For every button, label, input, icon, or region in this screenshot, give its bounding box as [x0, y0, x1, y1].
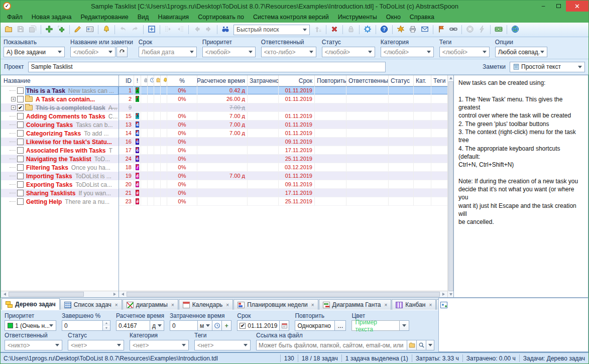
- edit-task-title-button[interactable]: [72, 24, 84, 36]
- scroll-thumb[interactable]: [448, 81, 453, 291]
- percent-done-input[interactable]: [62, 320, 103, 331]
- task-name-cell[interactable]: Sharing TasklistsIf you wan...: [25, 189, 119, 197]
- task-name-cell[interactable]: Likewise for the task's Statu...: [25, 138, 119, 146]
- help-button[interactable]: ?: [378, 24, 390, 36]
- estimated-time-unit[interactable]: д: [150, 320, 164, 331]
- print-button[interactable]: [407, 24, 419, 36]
- task-checkbox[interactable]: [17, 87, 24, 94]
- filter-combo-7[interactable]: <любой>: [439, 47, 490, 57]
- spellcheck-button[interactable]: [395, 24, 407, 36]
- grid-vertical-scrollbar[interactable]: [447, 75, 453, 297]
- category-combo[interactable]: <нет>: [130, 340, 189, 350]
- task-checkbox[interactable]: [17, 130, 24, 137]
- task-grid-row[interactable]: 2190%17.11.2019: [119, 189, 447, 197]
- task-tree-row[interactable]: Colouring TasksTasks can b...: [1, 120, 119, 129]
- quick-search-combo[interactable]: Быстрый поиск: [233, 25, 310, 35]
- task-tree-row[interactable]: +✔This is a completed taskA ...: [1, 103, 119, 112]
- tab-Канбан[interactable]: Канбан×: [392, 299, 436, 310]
- task-grid-row[interactable]: 1760%17.11.2019: [119, 146, 447, 155]
- tab-Дерево задач[interactable]: Дерево задач: [2, 298, 60, 310]
- close-tab-icon[interactable]: ×: [226, 302, 229, 308]
- add-time-button[interactable]: +: [222, 320, 231, 331]
- tree-column-header[interactable]: Название: [1, 75, 119, 86]
- task-grid-row[interactable]: 1650%09.11.2019: [119, 138, 447, 146]
- task-checkbox[interactable]: [17, 147, 24, 154]
- flag-task-button[interactable]: [435, 24, 447, 36]
- priority-combo[interactable]: 1 (Очень н...: [5, 320, 56, 331]
- task-name-cell[interactable]: Exporting TasksToDoList ca...: [25, 180, 119, 189]
- column-header-lock-icon[interactable]: [141, 75, 148, 86]
- task-tree-row[interactable]: Exporting TasksToDoList ca...: [1, 180, 119, 189]
- task-grid-row[interactable]: 2080%09.11.2019: [119, 180, 447, 189]
- tab-Список задач[interactable]: Список задач×: [60, 299, 122, 310]
- column-header-ID[interactable]: ID: [119, 75, 134, 86]
- tab-диаграммы[interactable]: диаграммы×: [123, 299, 178, 310]
- menu-Инструменты[interactable]: Инструменты: [333, 13, 382, 22]
- task-grid-row[interactable]: 1870%03.12.2019: [119, 163, 447, 172]
- task-grid-row[interactable]: 2390%25.11.2019: [119, 197, 447, 206]
- estimated-time-input[interactable]: [116, 320, 150, 331]
- delete-task-button[interactable]: [328, 24, 340, 36]
- grid-column-headers[interactable]: ID!%Расчетное времяЗатраченоСрокПовторит…: [119, 75, 447, 86]
- close-tab-icon[interactable]: ×: [429, 302, 432, 308]
- tree-horizontal-scrollbar[interactable]: [1, 291, 119, 297]
- color-dropdown-button[interactable]: [400, 320, 409, 331]
- task-tree-row[interactable]: Filtering TasksOnce you ha...: [1, 163, 119, 172]
- notes-format-combo[interactable]: Простой текст: [510, 62, 585, 72]
- scroll-thumb[interactable]: [127, 292, 440, 297]
- recurrence-browse-button[interactable]: ...: [335, 320, 346, 331]
- column-header-Кат.[interactable]: Кат.: [414, 75, 431, 86]
- scroll-up-button[interactable]: [449, 77, 452, 79]
- donate-button[interactable]: [493, 24, 505, 36]
- task-checkbox[interactable]: ✔: [17, 104, 24, 111]
- status-combo[interactable]: <нет>: [68, 340, 124, 350]
- close-tab-icon[interactable]: ×: [311, 302, 314, 308]
- task-grid-row[interactable]: 1340%7.00 д01.11.2019: [119, 120, 447, 129]
- menu-Новая задача[interactable]: Новая задача: [27, 13, 76, 22]
- menu-Сортировать по[interactable]: Сортировать по: [193, 13, 249, 22]
- task-tree-row[interactable]: Sharing TasklistsIf you wan...: [1, 189, 119, 197]
- task-grid-row[interactable]: 1530%7.00 д01.11.2019: [119, 112, 447, 120]
- tab-Календарь[interactable]: Календарь×: [179, 299, 233, 310]
- task-name-cell[interactable]: Filtering TasksOnce you ha...: [25, 163, 119, 172]
- task-name-cell[interactable]: This is a completed taskA ...: [35, 103, 119, 112]
- file-link-input[interactable]: [256, 340, 407, 350]
- task-name-cell[interactable]: Navigating the TasklistToD...: [25, 155, 119, 163]
- task-checkbox[interactable]: [17, 198, 24, 205]
- task-grid-row[interactable]: 110%0.42 д01.11.2019: [119, 86, 447, 95]
- menu-Файл[interactable]: Файл: [3, 13, 27, 22]
- column-header-folder-icon[interactable]: [154, 75, 161, 86]
- task-name-cell[interactable]: Categorizing TasksTo add ...: [25, 129, 119, 138]
- task-checkbox[interactable]: [17, 181, 24, 188]
- task-checkbox[interactable]: [17, 96, 24, 102]
- task-grid-row[interactable]: 1980%7.00 д01.11.2019: [119, 172, 447, 180]
- task-grid-row[interactable]: 210%26.00 д01.11.2019: [119, 95, 447, 103]
- task-checkbox[interactable]: [17, 173, 24, 179]
- visit-website-button[interactable]: [509, 24, 521, 36]
- maximize-view-button[interactable]: [146, 24, 158, 36]
- task-checkbox[interactable]: [17, 139, 24, 145]
- minimize-button[interactable]: –: [536, 1, 551, 12]
- scroll-right-button[interactable]: [440, 291, 447, 297]
- column-header-Статус[interactable]: Статус: [389, 75, 414, 86]
- task-name-cell[interactable]: A Task can contain...: [35, 95, 119, 103]
- column-header-Затрачено[interactable]: Затрачено: [248, 75, 279, 86]
- scroll-right-button[interactable]: [111, 291, 119, 297]
- set-reminder-button[interactable]: [100, 24, 112, 36]
- recurrence-input[interactable]: [295, 320, 335, 331]
- filter-combo-0[interactable]: A) Все задачи: [4, 47, 65, 57]
- task-tree-row[interactable]: Adding Comments to TasksC...: [1, 112, 119, 120]
- task-grid-row[interactable]: 1440%7.00 д01.11.2019: [119, 129, 447, 138]
- file-link-dropdown-button[interactable]: [426, 340, 434, 350]
- filter-combo-2[interactable]: Любая дата: [139, 47, 197, 57]
- task-tree-row[interactable]: This is a TaskNew tasks can ...: [1, 86, 119, 95]
- task-tree-row[interactable]: Importing TasksToDoList is ...: [1, 172, 119, 180]
- task-tree-row[interactable]: Navigating the TasklistToD...: [1, 155, 119, 163]
- filter-combo-3[interactable]: <любой>: [202, 47, 256, 57]
- filter-combo-1[interactable]: <любой>: [70, 47, 115, 57]
- task-checkbox[interactable]: [17, 156, 24, 162]
- task-name-cell[interactable]: This is a TaskNew tasks can ...: [25, 86, 119, 95]
- open-tasklist-button[interactable]: [3, 24, 15, 36]
- menu-Навигация[interactable]: Навигация: [153, 13, 193, 22]
- task-name-cell[interactable]: Associated Files with TasksT: [25, 146, 119, 155]
